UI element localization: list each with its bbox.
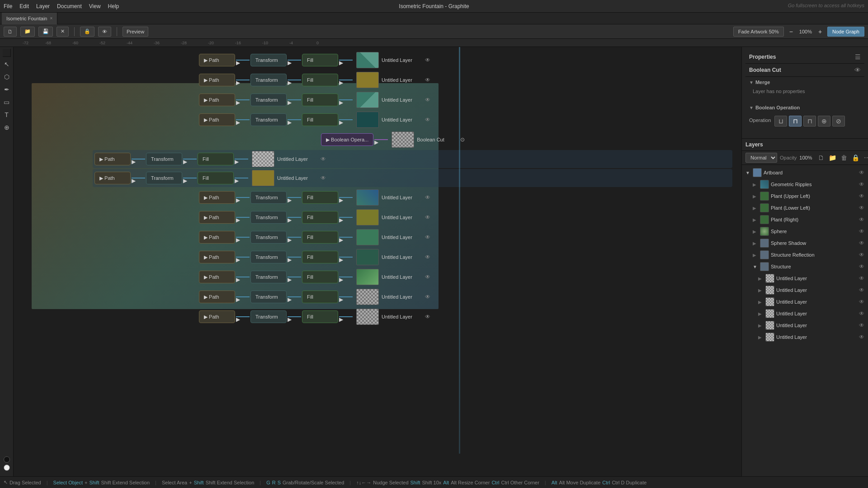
transform-node[interactable]: Transform — [250, 291, 287, 303]
eye-icon[interactable]: ⊙ — [460, 136, 465, 143]
path-node[interactable]: ▶ Path — [199, 113, 235, 126]
layer-visibility-icon[interactable]: 👁 — [859, 228, 864, 235]
path-node[interactable]: ▶ Path — [199, 291, 235, 303]
expand-icon[interactable]: ▼ — [745, 170, 751, 175]
expand-icon[interactable]: ▶ — [758, 300, 764, 305]
path-node[interactable]: ▶ Path — [199, 251, 235, 263]
canvas-area[interactable]: ▶ Path ▶ Transform ▶ Fill ▶ Untitled Lay… — [14, 47, 741, 476]
fill-node[interactable]: Fill — [302, 211, 338, 224]
eye-icon[interactable]: 👁 — [321, 175, 326, 181]
transform-node[interactable]: Transform — [146, 172, 182, 184]
path-node[interactable]: ▶ Path — [199, 191, 235, 204]
path-node[interactable]: ▶ Path — [199, 271, 235, 283]
blend-mode-select[interactable]: Normal — [745, 153, 777, 163]
text-tool[interactable]: T — [1, 109, 12, 120]
tab-close-button[interactable]: × — [50, 16, 52, 21]
expand-icon[interactable]: ▶ — [753, 253, 758, 258]
new-layer-doc-button[interactable]: 🗋 — [816, 154, 826, 161]
transform-node[interactable]: Transform — [250, 191, 287, 204]
eye-icon[interactable]: 👁 — [425, 294, 430, 300]
layer-visibility-icon[interactable]: 👁 — [859, 240, 864, 246]
layer-item-artboard[interactable]: ▼ Artboard 👁 — [742, 167, 868, 178]
transform-node[interactable]: Transform — [250, 94, 287, 106]
path-node[interactable]: ▶ Path — [199, 211, 235, 224]
layer-visibility-icon[interactable]: 👁 — [859, 252, 864, 258]
layer-visibility-icon[interactable]: 👁 — [859, 263, 864, 270]
node-graph-button[interactable]: Node Graph — [827, 27, 864, 37]
eye-icon[interactable]: 👁 — [425, 97, 430, 103]
path-node[interactable]: ▶ Path — [199, 54, 235, 66]
transform-node[interactable]: Transform — [146, 153, 182, 165]
layer-visibility-icon[interactable]: 👁 — [859, 181, 864, 188]
layer-visibility-icon[interactable]: 👁 — [859, 310, 864, 317]
lock-button[interactable]: 🔒 — [80, 27, 94, 37]
eye-icon[interactable]: 👁 — [425, 314, 430, 320]
fill-node[interactable]: Fill — [302, 231, 338, 244]
menu-document[interactable]: Document — [57, 3, 82, 9]
fill-node[interactable]: Fill — [302, 271, 338, 283]
fill-node[interactable]: Fill — [302, 94, 338, 106]
eye-icon[interactable]: 👁 — [321, 156, 326, 162]
eye-icon[interactable]: 👁 — [425, 234, 430, 240]
expand-icon[interactable]: ▶ — [758, 335, 764, 340]
layer-item-plant-right[interactable]: ▶ Plant (Right) 👁 — [742, 214, 868, 225]
layer-item-struct-reflect[interactable]: ▶ Structure Reflection 👁 — [742, 249, 868, 261]
expand-icon[interactable]: ▶ — [758, 276, 764, 281]
properties-eye-icon[interactable]: 👁 — [854, 66, 861, 74]
transform-node[interactable]: Transform — [250, 211, 287, 224]
fill-node[interactable]: Fill — [198, 153, 234, 165]
zoom-tool[interactable]: ⊕ — [1, 122, 12, 133]
eye-toolbar-button[interactable]: 👁 — [98, 27, 111, 37]
layer-visibility-icon[interactable]: 👁 — [859, 216, 864, 223]
fill-node[interactable]: Fill — [302, 74, 338, 86]
zoom-in-button[interactable]: + — [816, 28, 824, 35]
shape-tool[interactable]: ▭ — [1, 97, 12, 108]
expand-icon[interactable]: ▶ — [753, 182, 758, 187]
expand-icon[interactable]: ▶ — [758, 323, 764, 328]
transform-node[interactable]: Transform — [250, 231, 287, 244]
divide-op-button[interactable]: ⊘ — [832, 116, 845, 127]
path-node[interactable]: ▶ Path — [199, 310, 235, 323]
layer-visibility-icon[interactable]: 👁 — [859, 193, 864, 199]
expand-icon[interactable]: ▶ — [758, 288, 764, 293]
layer-item-untitled-4[interactable]: ▶ Untitled Layer 👁 — [742, 308, 868, 319]
fill-node[interactable]: Fill — [302, 310, 338, 323]
expand-icon[interactable]: ▶ — [753, 194, 758, 199]
eye-icon[interactable]: 👁 — [425, 274, 430, 280]
layer-visibility-icon[interactable]: 👁 — [859, 275, 864, 282]
menu-help[interactable]: Help — [108, 3, 119, 9]
properties-menu-icon[interactable]: ☰ — [855, 53, 861, 61]
difference-op-button[interactable]: ⊕ — [818, 116, 830, 127]
expand-icon[interactable]: ▶ — [753, 217, 758, 222]
open-button[interactable]: 📁 — [20, 27, 35, 37]
layer-visibility-icon[interactable]: 👁 — [859, 322, 864, 328]
expand-icon[interactable]: ▶ — [758, 311, 764, 316]
layer-item-untitled-3[interactable]: ▶ Untitled Layer 👁 — [742, 296, 868, 308]
folder-layer-button[interactable]: 📁 — [827, 154, 838, 161]
menu-edit[interactable]: Edit — [19, 3, 29, 9]
layer-item-untitled-1[interactable]: ▶ Untitled Layer 👁 — [742, 272, 868, 284]
path-node[interactable]: ▶ Path — [94, 153, 131, 165]
eye-icon[interactable]: 👁 — [425, 214, 430, 221]
preview-button[interactable]: Preview — [123, 27, 148, 37]
fill-node[interactable]: Fill — [198, 172, 234, 184]
eye-icon[interactable]: 👁 — [425, 77, 430, 83]
pen-tool[interactable]: ✒ — [1, 84, 12, 95]
layer-item-plant-upper[interactable]: ▶ Plant (Upper Left) 👁 — [742, 190, 868, 202]
document-tab[interactable]: Isometric Fountain × — [2, 13, 57, 24]
menu-file[interactable]: File — [4, 3, 12, 9]
transform-node[interactable]: Transform — [250, 310, 287, 323]
layer-item-sphere[interactable]: ▶ Sphere 👁 — [742, 225, 868, 237]
layer-item-sphere-shadow[interactable]: ▶ Sphere Shadow 👁 — [742, 237, 868, 249]
layer-visibility-icon[interactable]: 👁 — [859, 299, 864, 305]
path-node[interactable]: ▶ Path — [199, 231, 235, 244]
new-button[interactable]: 🗋 — [4, 27, 17, 37]
path-node[interactable]: ▶ Path — [94, 172, 131, 184]
expand-icon[interactable]: ▶ — [753, 229, 758, 234]
intersect-op-button[interactable]: ⊓ — [803, 116, 816, 127]
layer-visibility-icon[interactable]: 👁 — [859, 205, 864, 211]
path-node[interactable]: ▶ Path — [199, 94, 235, 106]
expand-icon[interactable]: ▼ — [753, 264, 758, 269]
delete-layer-button[interactable]: 🗑 — [840, 154, 849, 161]
transform-node[interactable]: Transform — [250, 113, 287, 126]
